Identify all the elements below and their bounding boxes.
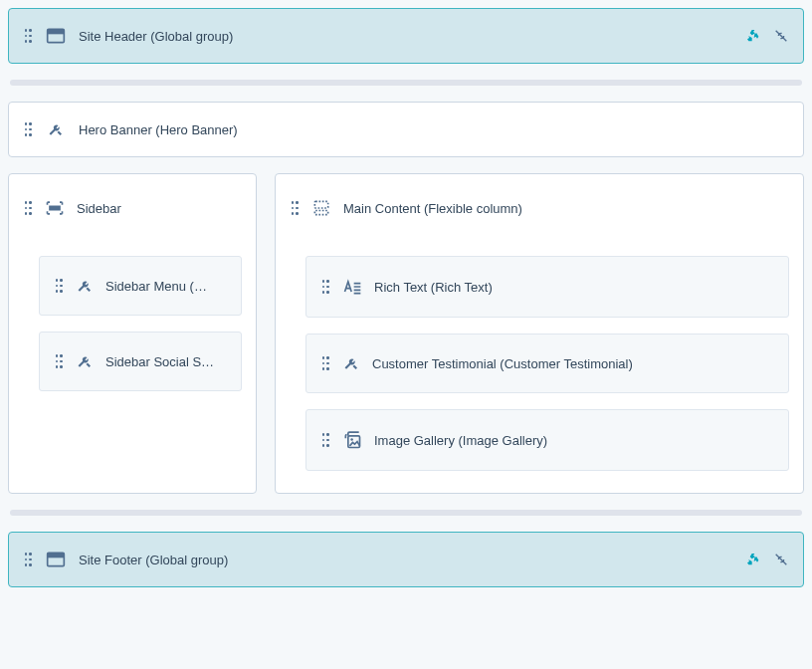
drag-handle-icon[interactable] (23, 122, 33, 136)
tools-icon (76, 277, 94, 295)
site-header-block[interactable]: Site Header (Global group) (8, 8, 804, 64)
main-content-column[interactable]: Main Content (Flexible column) Rich Text… (275, 173, 804, 494)
recycle-icon[interactable] (745, 552, 761, 567)
main-content-header[interactable]: Main Content (Flexible column) (290, 190, 789, 232)
layout-header-icon (45, 549, 67, 570)
drag-handle-icon[interactable] (54, 279, 64, 293)
rich-text-icon (342, 277, 362, 297)
sidebar-module-social[interactable]: Sidebar Social S… (39, 332, 242, 391)
site-header-label: Site Header (Global group) (79, 29, 233, 44)
drag-handle-icon[interactable] (320, 356, 330, 370)
section-divider[interactable] (10, 510, 802, 516)
tools-icon (45, 118, 67, 140)
sidebar-module-menu-label: Sidebar Menu (… (105, 279, 207, 294)
module-testimonial-label: Customer Testimonial (Customer Testimoni… (372, 356, 633, 371)
drag-handle-icon[interactable] (23, 553, 33, 566)
module-rich-text[interactable]: Rich Text (Rich Text) (305, 256, 789, 318)
sidebar-column[interactable]: Sidebar Sidebar Menu (… (8, 173, 257, 494)
sidebar-column-header[interactable]: Sidebar (23, 190, 242, 232)
site-footer-block[interactable]: Site Footer (Global group) (8, 532, 804, 587)
unlink-icon[interactable] (773, 28, 789, 44)
site-footer-row[interactable]: Site Footer (Global group) (9, 533, 803, 586)
unlink-icon[interactable] (773, 552, 789, 567)
module-image-gallery[interactable]: Image Gallery (Image Gallery) (305, 409, 789, 471)
hero-banner-block[interactable]: Hero Banner (Hero Banner) (8, 102, 804, 157)
tools-icon (342, 354, 360, 372)
drag-handle-icon[interactable] (23, 201, 33, 215)
module-image-gallery-label: Image Gallery (Image Gallery) (374, 433, 547, 448)
sidebar-column-label: Sidebar (77, 201, 121, 216)
image-gallery-icon (342, 430, 362, 450)
drag-handle-icon[interactable] (320, 433, 330, 447)
drag-handle-icon[interactable] (54, 354, 64, 368)
module-rich-text-label: Rich Text (Rich Text) (374, 280, 493, 295)
site-header-row[interactable]: Site Header (Global group) (9, 9, 803, 63)
drag-handle-icon[interactable] (23, 29, 33, 43)
flexible-column-icon (311, 198, 331, 218)
module-testimonial[interactable]: Customer Testimonial (Customer Testimoni… (305, 334, 789, 393)
section-icon (45, 198, 65, 218)
hero-banner-label: Hero Banner (Hero Banner) (79, 122, 238, 137)
recycle-icon[interactable] (745, 28, 761, 44)
layout-header-icon (45, 25, 67, 47)
main-content-label: Main Content (Flexible column) (343, 201, 522, 216)
drag-handle-icon[interactable] (290, 201, 300, 215)
drag-handle-icon[interactable] (320, 280, 330, 294)
tools-icon (76, 352, 94, 370)
site-footer-label: Site Footer (Global group) (79, 553, 228, 567)
section-divider[interactable] (10, 80, 802, 86)
hero-banner-row[interactable]: Hero Banner (Hero Banner) (9, 103, 803, 156)
columns-container: Sidebar Sidebar Menu (… (8, 173, 804, 494)
sidebar-module-social-label: Sidebar Social S… (105, 354, 214, 369)
sidebar-module-menu[interactable]: Sidebar Menu (… (39, 256, 242, 316)
